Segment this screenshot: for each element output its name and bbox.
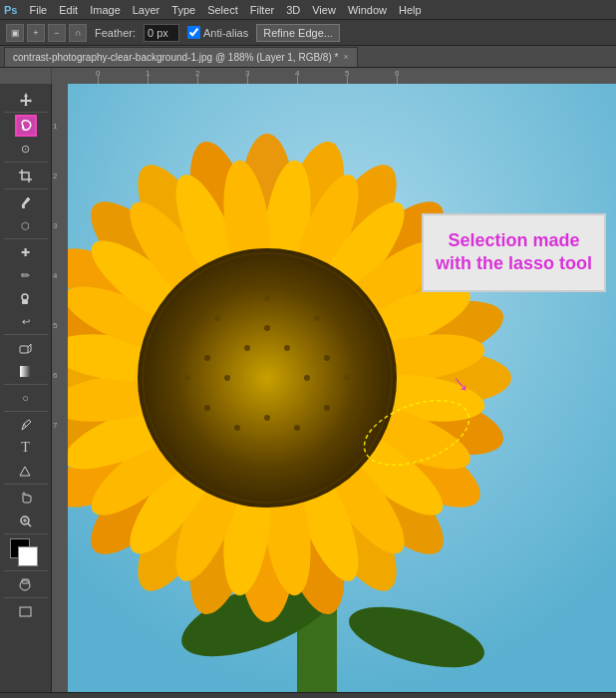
zoom-tool-btn[interactable] [15,510,37,531]
screen-mode-btn[interactable] [15,600,37,622]
svg-rect-5 [20,366,31,377]
add-selection-btn[interactable]: + [27,24,45,42]
menu-type[interactable]: Type [171,4,195,16]
menu-image[interactable]: Image [90,4,121,16]
svg-rect-3 [22,300,28,304]
toolbar: ⊙ ⬡ ✚ ✏ ↩ [0,84,52,692]
spot-heal-btn[interactable]: ✚ [15,241,37,263]
stamp-tool-btn[interactable] [15,287,37,309]
gradient-tool-btn[interactable] [15,360,37,382]
menu-filter[interactable]: Filter [250,4,274,16]
main-area: ⊙ ⬡ ✚ ✏ ↩ [0,84,616,692]
intersect-selection-btn[interactable]: ∩ [69,24,87,42]
callout-text: Selection made with the lasso tool [436,230,592,273]
quick-mask-btn[interactable] [15,573,37,595]
ruler-horizontal: 0 1 2 3 4 5 6 [68,68,616,84]
color-swatches[interactable] [10,538,42,566]
menu-3d[interactable]: 3D [286,4,300,16]
menu-view[interactable]: View [312,4,336,16]
svg-point-77 [324,355,330,361]
options-bar: ▣ + − ∩ Feather: Anti-alias Refine Edge.… [0,20,616,46]
menu-window[interactable]: Window [348,4,387,16]
callout-box: Selection made with the lasso tool [422,213,606,292]
hand-tool-btn[interactable] [15,487,37,509]
menu-select[interactable]: Select [207,4,238,16]
svg-point-2 [22,294,28,300]
canvas-container: Selection made with the lasso tool ↑ [68,84,616,692]
svg-point-84 [344,375,350,381]
tab-bar: contrast-photography-clear-background-1.… [0,46,616,68]
svg-line-8 [28,524,31,526]
shape-tool-btn[interactable] [15,460,37,482]
tab-close-button[interactable]: × [343,52,348,62]
svg-point-88 [264,465,270,471]
tab-filename: contrast-photography-clear-background-1.… [13,52,338,63]
ruler-vertical: 1 2 3 4 5 6 7 [52,84,68,692]
svg-rect-13 [20,607,31,616]
svg-point-82 [314,315,320,321]
svg-point-85 [184,375,190,381]
feather-input[interactable] [144,24,179,42]
brush-tool-btn[interactable]: ✏ [15,264,37,286]
svg-point-80 [204,405,210,411]
svg-point-79 [324,405,330,411]
svg-rect-4 [20,346,28,353]
history-brush-btn[interactable]: ↩ [15,310,37,332]
quick-select-tool-btn[interactable]: ⊙ [15,138,37,160]
text-tool-btn[interactable]: T [15,437,37,459]
svg-marker-0 [20,93,32,106]
svg-point-81 [264,295,270,301]
svg-point-76 [234,425,240,431]
new-selection-btn[interactable]: ▣ [6,24,24,42]
eraser-tool-btn[interactable] [15,337,37,359]
svg-marker-6 [20,467,30,476]
tool-mode-icons: ▣ + − ∩ [6,24,87,42]
feather-label: Feather: [95,27,136,39]
svg-rect-1 [22,205,25,208]
svg-point-70 [244,345,250,351]
menu-edit[interactable]: Edit [59,4,78,16]
move-tool-btn[interactable] [15,88,37,110]
menu-help[interactable]: Help [399,4,422,16]
dodge-tool-btn[interactable]: ○ [15,387,37,409]
svg-point-75 [294,425,300,431]
crop-tool-btn[interactable] [15,165,37,186]
eyedropper-tool-btn[interactable] [15,191,37,213]
svg-point-78 [204,355,210,361]
refine-edge-button[interactable]: Refine Edge... [256,24,340,42]
anti-alias-checkbox[interactable] [187,26,200,39]
svg-point-86 [334,435,340,441]
canvas-area: 1 2 3 4 5 6 7 [52,84,616,692]
svg-point-73 [224,375,230,381]
menu-bar: Ps File Edit Image Layer Type Select Fil… [0,0,616,20]
menu-layer[interactable]: Layer [133,4,160,16]
svg-point-83 [214,315,220,321]
svg-point-72 [304,375,310,381]
pen-tool-btn[interactable] [15,414,37,436]
menu-ps[interactable]: Ps [4,4,17,16]
svg-point-69 [284,345,290,351]
anti-alias-label[interactable]: Anti-alias [187,26,248,39]
canvas-image [68,84,616,692]
svg-point-74 [264,415,270,421]
measure-tool-btn[interactable]: ⬡ [15,214,37,236]
document-tab[interactable]: contrast-photography-clear-background-1.… [4,47,358,67]
lasso-tool-btn[interactable] [15,115,37,137]
menu-file[interactable]: File [29,4,47,16]
svg-point-87 [194,435,200,441]
status-bar: 187.87% 🌐 Doc: 963.9K/1.88M [0,692,616,698]
svg-point-71 [264,325,270,331]
subtract-selection-btn[interactable]: − [48,24,66,42]
